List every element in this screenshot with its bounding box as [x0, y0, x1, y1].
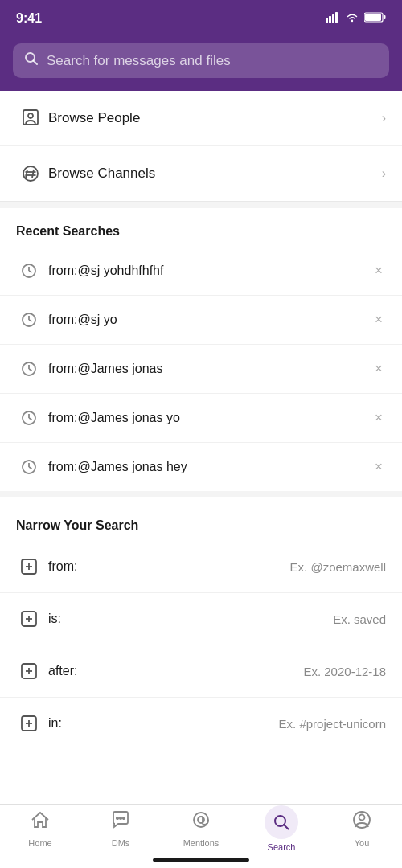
recent-item[interactable]: from:@sj yohdhfhfhf ×: [0, 247, 402, 296]
home-indicator: [153, 858, 249, 862]
narrow-in-example: Ex. #project-unicorn: [279, 717, 386, 731]
dms-icon: [110, 809, 131, 835]
narrow-after-item[interactable]: after: Ex. 2020-12-18: [0, 645, 402, 698]
nav-item-search[interactable]: Search: [241, 805, 322, 852]
recent-text-5: from:@James jonas hey: [48, 460, 371, 474]
svg-point-46: [123, 817, 125, 818]
clock-icon-5: [16, 454, 42, 480]
recent-searches-header: Recent Searches: [0, 208, 402, 247]
narrow-is-label: is:: [48, 612, 333, 626]
mentions-icon: [191, 809, 211, 835]
svg-line-14: [32, 170, 34, 178]
wifi-icon: [345, 12, 359, 25]
recent-item[interactable]: from:@James jonas ×: [0, 345, 402, 394]
browse-channels-icon: [16, 159, 45, 188]
svg-point-12: [23, 166, 38, 181]
nav-label-mentions: Mentions: [183, 838, 219, 848]
browse-channels-chevron: ›: [382, 166, 386, 181]
narrow-after-example: Ex. 2020-12-18: [303, 665, 386, 678]
clock-icon-3: [16, 356, 42, 382]
search-nav-bg: [265, 805, 298, 839]
browse-people-item[interactable]: Browse People ›: [0, 91, 402, 146]
svg-rect-0: [326, 18, 328, 23]
nav-item-you[interactable]: You: [322, 809, 402, 848]
close-icon-1[interactable]: ×: [371, 260, 386, 282]
plus-box-icon-is: [16, 606, 42, 632]
nav-item-dms[interactable]: DMs: [80, 809, 161, 848]
svg-point-44: [117, 817, 118, 818]
narrow-search-header: Narrow Your Search: [0, 502, 402, 541]
recent-item[interactable]: from:@sj yo ×: [0, 296, 402, 345]
svg-line-22: [29, 320, 32, 321]
close-icon-5[interactable]: ×: [371, 456, 386, 478]
home-icon: [30, 809, 51, 835]
recent-searches-section: Recent Searches from:@sj yohdhfhfhf ×: [0, 208, 402, 491]
recent-text-2: from:@sj yo: [48, 313, 371, 327]
browse-channels-label: Browse Channels: [48, 166, 382, 182]
narrow-from-label: from:: [48, 559, 290, 574]
close-icon-4[interactable]: ×: [371, 407, 386, 429]
narrow-is-example: Ex. saved: [333, 612, 386, 626]
svg-line-28: [29, 418, 32, 420]
nav-item-mentions[interactable]: Mentions: [161, 809, 241, 848]
plus-box-icon-after: [16, 658, 42, 684]
browse-section: Browse People › Browse Channels ›: [0, 91, 402, 202]
status-bar: 9:41: [0, 0, 402, 35]
plus-box-icon-in: [16, 710, 42, 736]
search-input[interactable]: [47, 53, 378, 69]
browse-people-chevron: ›: [382, 111, 386, 125]
svg-rect-2: [332, 14, 334, 23]
narrow-is-item[interactable]: is: Ex. saved: [0, 593, 402, 645]
recent-text-1: from:@sj yohdhfhfhf: [48, 264, 371, 278]
signal-icon: [326, 12, 340, 25]
plus-box-icon-from: [16, 554, 42, 579]
search-bar-container: [0, 35, 402, 91]
svg-rect-6: [365, 14, 381, 21]
svg-line-31: [29, 467, 32, 469]
narrow-in-item[interactable]: in: Ex. #project-unicorn: [0, 698, 402, 749]
nav-label-you: You: [355, 838, 370, 848]
recent-text-3: from:@James jonas: [48, 362, 371, 376]
svg-rect-7: [384, 15, 386, 19]
nav-label-dms: DMs: [112, 838, 130, 848]
divider-2: [0, 491, 402, 497]
narrow-search-section: Narrow Your Search from: Ex. @zoemaxwell: [0, 502, 402, 749]
search-bar[interactable]: [13, 43, 389, 78]
browse-channels-item[interactable]: Browse Channels ›: [0, 146, 402, 201]
svg-line-9: [34, 61, 38, 65]
you-icon: [351, 809, 372, 835]
clock-icon-1: [16, 258, 42, 284]
close-icon-3[interactable]: ×: [371, 358, 386, 380]
narrow-from-item[interactable]: from: Ex. @zoemaxwell: [0, 541, 402, 593]
nav-item-home[interactable]: Home: [0, 809, 80, 848]
svg-line-19: [29, 271, 32, 272]
narrow-after-label: after:: [48, 664, 303, 678]
clock-icon-2: [16, 307, 42, 333]
svg-line-13: [26, 170, 27, 178]
browse-people-icon: [16, 104, 45, 133]
recent-item[interactable]: from:@James jonas hey ×: [0, 443, 402, 491]
recent-text-4: from:@James jonas yo: [48, 411, 371, 425]
clock-icon-4: [16, 405, 42, 431]
battery-icon: [364, 12, 386, 25]
recent-searches-list: from:@sj yohdhfhfhf × from:@sj yo ×: [0, 247, 402, 491]
narrow-in-label: in:: [48, 716, 279, 731]
narrow-from-example: Ex. @zoemaxwell: [290, 560, 386, 574]
divider-1: [0, 202, 402, 208]
svg-point-11: [28, 113, 33, 118]
narrow-items-list: from: Ex. @zoemaxwell is: Ex. saved: [0, 541, 402, 749]
svg-point-52: [359, 814, 365, 820]
recent-item[interactable]: from:@James jonas yo ×: [0, 394, 402, 443]
svg-point-4: [351, 20, 353, 22]
svg-line-25: [29, 369, 32, 371]
close-icon-2[interactable]: ×: [371, 309, 386, 331]
main-content: Browse People › Browse Channels › Recent…: [0, 91, 402, 821]
status-time: 9:41: [16, 11, 42, 26]
svg-point-45: [120, 817, 121, 818]
status-icons: [326, 12, 386, 25]
nav-label-search: Search: [268, 842, 296, 852]
nav-label-home: Home: [28, 838, 51, 848]
browse-people-label: Browse People: [48, 110, 382, 126]
search-bar-icon: [24, 51, 39, 70]
svg-rect-3: [335, 12, 338, 23]
